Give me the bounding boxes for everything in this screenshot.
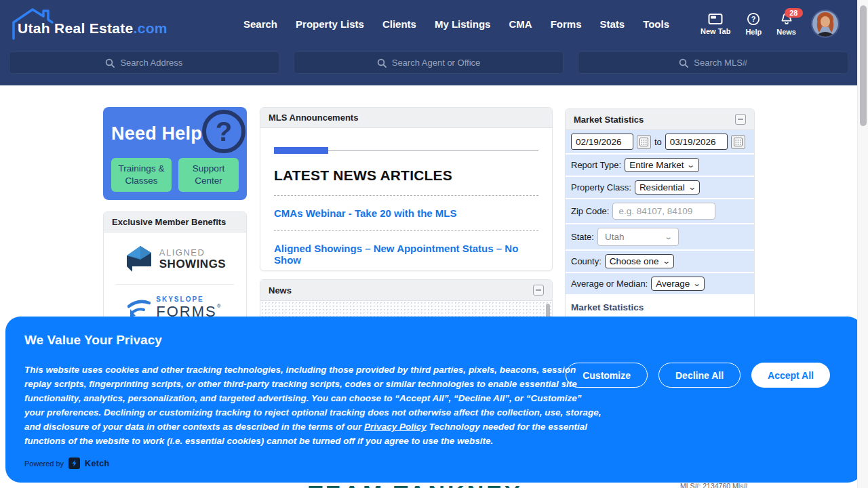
search-mls-input[interactable]: Search MLS# (578, 52, 848, 74)
quick-search-row: Search Address Search Agent or Office Se… (0, 52, 857, 74)
trainings-classes-button[interactable]: Trainings & Classes (111, 158, 172, 192)
logo-dotcom: .com (134, 20, 167, 36)
nav-property-lists[interactable]: Property Lists (296, 18, 364, 30)
skyslope-icon (127, 298, 151, 319)
mls-number-partial: MLS#: 2134760 Mls# (680, 482, 747, 488)
cookie-banner-text: This website uses cookies and other trac… (24, 363, 602, 448)
nav-tools[interactable]: Tools (643, 18, 669, 30)
new-tab-label: New Tab (701, 27, 730, 35)
customize-button[interactable]: Customize (566, 363, 648, 388)
ketch-brand-name: Ketch (85, 459, 109, 468)
county-row: County: Choose one⌄ (566, 251, 754, 272)
chevron-down-icon: ⌄ (688, 184, 696, 191)
cookie-banner-title: We Value Your Privacy (24, 333, 162, 348)
new-tab-button[interactable]: New Tab (701, 13, 730, 35)
page: Utah Real Estate.com Search Property Lis… (0, 0, 868, 488)
powered-by-ketch[interactable]: Powered by Ketch (24, 458, 109, 469)
ketch-icon (68, 458, 80, 469)
report-type-row: Report Type: Entire Market⌄ (566, 155, 754, 176)
average-median-label: Average or Median: (571, 279, 648, 289)
help-button[interactable]: ? Help (745, 12, 762, 36)
report-type-label: Report Type: (571, 160, 621, 170)
help-label: Help (745, 28, 762, 36)
logo-text: Utah Real Estate.com (18, 20, 167, 37)
need-help-title: Need Help (111, 123, 239, 144)
news-card-title: News (269, 285, 292, 296)
search-agent-office-input[interactable]: Search Agent or Office (294, 52, 564, 74)
latest-news-heading: LATEST NEWS ARTICLES (274, 167, 538, 184)
member-benefits-title: Exclusive Member Benefits (112, 217, 226, 227)
nav-stats[interactable]: Stats (599, 18, 625, 30)
search-icon (679, 58, 688, 68)
nav-forms[interactable]: Forms (551, 18, 582, 30)
news-article-link[interactable]: Aligned Showings – New Appointment Statu… (274, 243, 538, 266)
chevron-down-icon: ⌄ (664, 233, 673, 241)
state-label: State: (571, 232, 594, 242)
main-nav: Search Property Lists Clients My Listing… (243, 18, 669, 30)
news-badge: 28 (785, 8, 802, 18)
need-help-card: ? Need Help Trainings & Classes Support … (103, 107, 247, 200)
calendar-icon[interactable] (637, 135, 651, 149)
search-icon (105, 58, 115, 68)
nav-my-listings[interactable]: My Listings (435, 18, 491, 30)
collapse-icon[interactable] (533, 285, 544, 296)
search-address-placeholder: Search Address (120, 58, 182, 68)
new-tab-icon (708, 13, 723, 25)
header-actions: New Tab ? Help 28 News (701, 9, 840, 38)
average-median-select[interactable]: Average⌄ (651, 277, 705, 291)
aligned-showings-icon (124, 243, 154, 274)
zip-code-label: Zip Code: (571, 206, 609, 216)
collapse-icon[interactable] (735, 114, 746, 125)
nav-clients[interactable]: Clients (382, 18, 416, 30)
page-scrollbar-thumb[interactable] (860, 5, 867, 126)
search-agent-placeholder: Search Agent or Office (392, 58, 481, 68)
member-benefits-header: Exclusive Member Benefits (104, 212, 246, 232)
zip-code-input[interactable] (612, 203, 715, 220)
county-select[interactable]: Choose one⌄ (605, 254, 674, 268)
privacy-policy-link[interactable]: Privacy Policy (364, 422, 427, 432)
date-to-label: to (654, 137, 662, 147)
mls-announcements-card: MLS Announcements LATEST NEWS ARTICLES C… (260, 107, 553, 271)
aligned-showings-logo[interactable]: ALIGNED SHOWINGS (104, 232, 246, 284)
page-scrollbar-track[interactable] (857, 0, 868, 488)
carousel-progress (274, 147, 538, 154)
svg-text:?: ? (751, 15, 756, 23)
news-article-link[interactable]: CMAs Webinar - Take 20 with the MLS (274, 207, 538, 219)
cookie-consent-banner: We Value Your Privacy This website uses … (5, 317, 863, 483)
avatar-photo (812, 11, 838, 37)
user-avatar[interactable] (811, 9, 840, 38)
site-logo[interactable]: Utah Real Estate.com (11, 5, 157, 43)
decline-all-button[interactable]: Decline All (658, 363, 741, 388)
property-class-label: Property Class: (571, 182, 631, 192)
skyslope-line1: SKYSLOPE (156, 296, 222, 303)
search-icon (377, 58, 387, 68)
report-type-select[interactable]: Entire Market⌄ (625, 158, 699, 172)
zip-code-row: Zip Code: (566, 199, 754, 223)
news-card-header: News (260, 280, 552, 301)
results-title: Market Statistics (571, 302, 749, 312)
carousel-progress-bar (274, 147, 328, 154)
support-center-button[interactable]: Support Center (178, 158, 239, 192)
property-class-select[interactable]: Residential⌄ (635, 180, 700, 195)
date-from-input[interactable]: 02/19/2026 (571, 134, 633, 150)
state-row: State: Utah⌄ (566, 224, 754, 249)
powered-by-label: Powered by (24, 460, 64, 468)
property-class-row: Property Class: Residential⌄ (566, 177, 754, 198)
market-statistics-header: Market Statistics (566, 109, 754, 130)
search-address-input[interactable]: Search Address (9, 52, 279, 74)
nav-search[interactable]: Search (243, 18, 277, 30)
search-mls-placeholder: Search MLS# (694, 58, 747, 68)
nav-cma[interactable]: CMA (509, 18, 532, 30)
state-select[interactable]: Utah⌄ (597, 228, 679, 246)
date-range-row: 02/19/2026 to 03/19/2026 (566, 130, 754, 153)
mls-announcements-header: MLS Announcements (260, 108, 552, 128)
help-icon: ? (747, 12, 760, 26)
aligned-line1: ALIGNED (159, 247, 226, 258)
dashed-divider (274, 230, 538, 231)
calendar-icon[interactable] (731, 135, 745, 149)
date-to-input[interactable]: 03/19/2026 (665, 134, 728, 150)
mls-announcements-title: MLS Announcements (269, 113, 358, 123)
accept-all-button[interactable]: Accept All (751, 363, 830, 388)
news-button[interactable]: 28 News (776, 12, 796, 36)
cookie-banner-buttons: Customize Decline All Accept All (566, 363, 830, 388)
